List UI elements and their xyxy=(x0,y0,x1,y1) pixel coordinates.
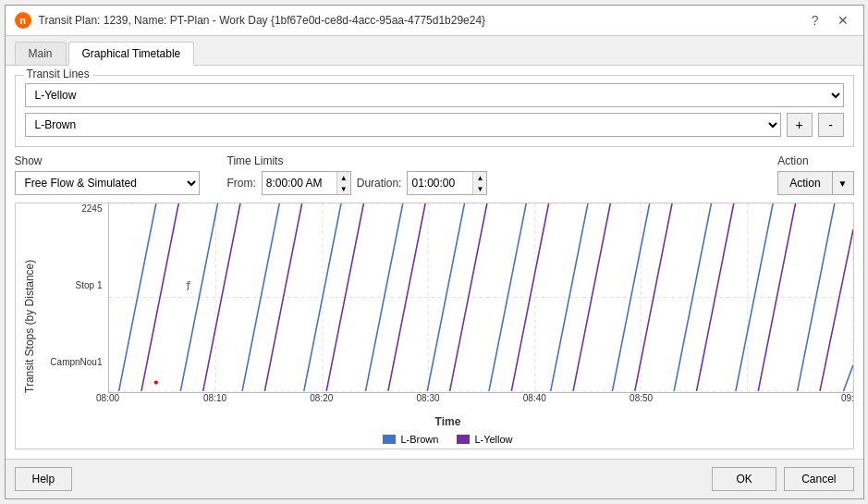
x-label-0900: 09:00 xyxy=(841,393,854,403)
duration-spin: ▲ ▼ xyxy=(472,172,486,194)
svg-container: ƒ xyxy=(108,203,853,393)
action-btn-arrow: ▼ xyxy=(833,172,853,194)
chart-plot-area: 2245 Stop 1 CampnNou1 xyxy=(43,203,853,393)
from-spin: ▲ ▼ xyxy=(336,172,350,194)
transit-lines-section: Transit Lines L-Yellow L-Brown + - xyxy=(15,75,854,147)
line1-dropdown[interactable]: L-Yellow xyxy=(25,83,844,107)
from-input-wrapper: ▲ ▼ xyxy=(262,171,351,195)
x-label-0800: 08:00 xyxy=(96,393,119,403)
show-group: Show Free Flow & Simulated Free Flow Sim… xyxy=(15,154,200,195)
svg-text:ƒ: ƒ xyxy=(185,279,190,290)
duration-input[interactable] xyxy=(408,172,472,194)
transit-lines-label: Transit Lines xyxy=(23,68,93,80)
y-label-mid: Stop 1 xyxy=(43,280,103,290)
legend-item-brown: L-Brown xyxy=(383,434,438,445)
title-left: n Transit Plan: 1239, Name: PT-Plan - Wo… xyxy=(15,12,486,29)
legend-color-yellow xyxy=(457,435,470,444)
window-title: Transit Plan: 1239, Name: PT-Plan - Work… xyxy=(39,14,486,27)
content-area: Transit Lines L-Yellow L-Brown + - xyxy=(6,66,863,459)
main-window: n Transit Plan: 1239, Name: PT-Plan - Wo… xyxy=(5,5,864,499)
tab-graphical-timetable[interactable]: Graphical Timetable xyxy=(68,42,195,66)
remove-line-button[interactable]: - xyxy=(818,113,844,137)
action-label: Action xyxy=(777,154,853,167)
action-btn-text: Action xyxy=(778,172,832,194)
action-group: Action Action ▼ xyxy=(777,154,853,195)
footer: Help OK Cancel xyxy=(6,459,863,498)
footer-right: OK Cancel xyxy=(712,467,853,491)
title-bar: n Transit Plan: 1239, Name: PT-Plan - Wo… xyxy=(6,6,863,36)
from-spin-up[interactable]: ▲ xyxy=(337,172,350,183)
duration-label: Duration: xyxy=(357,177,402,190)
time-limits-group: Time Limits From: ▲ ▼ Duration: xyxy=(227,154,488,195)
show-label: Show xyxy=(15,154,200,167)
time-limits-label: Time Limits xyxy=(227,154,488,167)
tab-bar: Main Graphical Timetable xyxy=(6,36,863,66)
svg-point-35 xyxy=(153,380,157,384)
chart-legend: L-Brown L-Yellow xyxy=(43,430,853,449)
controls-row: Show Free Flow & Simulated Free Flow Sim… xyxy=(15,154,854,195)
duration-spin-up[interactable]: ▲ xyxy=(473,172,486,183)
help-button[interactable]: Help xyxy=(15,467,73,491)
y-label-bot: CampnNou1 xyxy=(43,357,103,367)
from-label: From: xyxy=(227,177,256,190)
x-axis-title: Time xyxy=(43,413,853,430)
transit-lines-dropdowns: L-Yellow L-Brown + - xyxy=(25,83,844,137)
chart-svg: ƒ xyxy=(109,203,853,392)
legend-label-yellow: L-Yellow xyxy=(474,434,512,445)
action-button[interactable]: Action ▼ xyxy=(777,171,853,195)
x-label-0830: 08:30 xyxy=(417,393,440,403)
from-input[interactable] xyxy=(263,172,336,194)
y-label-top: 2245 xyxy=(43,203,103,214)
svg-line-22 xyxy=(843,365,853,391)
duration-input-wrapper: ▲ ▼ xyxy=(407,171,487,195)
time-limits-inner: From: ▲ ▼ Duration: ▲ ▼ xyxy=(227,171,488,195)
line2-dropdown[interactable]: L-Brown xyxy=(25,113,781,137)
app-icon: n xyxy=(15,12,31,29)
duration-spin-down[interactable]: ▼ xyxy=(473,183,486,194)
chart-inner: 2245 Stop 1 CampnNou1 xyxy=(43,203,853,449)
close-button[interactable]: ✕ xyxy=(832,11,854,30)
line2-row: L-Brown + - xyxy=(25,113,844,137)
legend-item-yellow: L-Yellow xyxy=(457,434,512,445)
y-labels-wrapper: 2245 Stop 1 CampnNou1 xyxy=(43,203,108,393)
title-controls: ? ✕ xyxy=(806,11,854,30)
x-label-0840: 08:40 xyxy=(523,393,546,403)
line1-row: L-Yellow xyxy=(25,83,844,107)
from-spin-down[interactable]: ▼ xyxy=(337,183,350,194)
help-title-button[interactable]: ? xyxy=(806,11,825,30)
show-dropdown[interactable]: Free Flow & Simulated Free Flow Simulate… xyxy=(15,171,200,195)
chart-area: Transit Stops (by Distance) 2245 Stop 1 … xyxy=(15,203,854,449)
legend-color-brown xyxy=(383,435,396,444)
y-axis-label: Transit Stops (by Distance) xyxy=(16,203,43,449)
legend-label-brown: L-Brown xyxy=(400,434,438,445)
cancel-button[interactable]: Cancel xyxy=(784,467,853,491)
x-label-0810: 08:10 xyxy=(203,393,226,403)
x-axis-labels: 08:00 08:10 08:20 08:30 08:40 08:50 09:0… xyxy=(108,393,853,413)
ok-button[interactable]: OK xyxy=(712,467,776,491)
add-line-button[interactable]: + xyxy=(787,113,813,137)
x-label-0820: 08:20 xyxy=(310,393,333,403)
tab-main[interactable]: Main xyxy=(15,42,67,65)
x-label-0850: 08:50 xyxy=(630,393,653,403)
